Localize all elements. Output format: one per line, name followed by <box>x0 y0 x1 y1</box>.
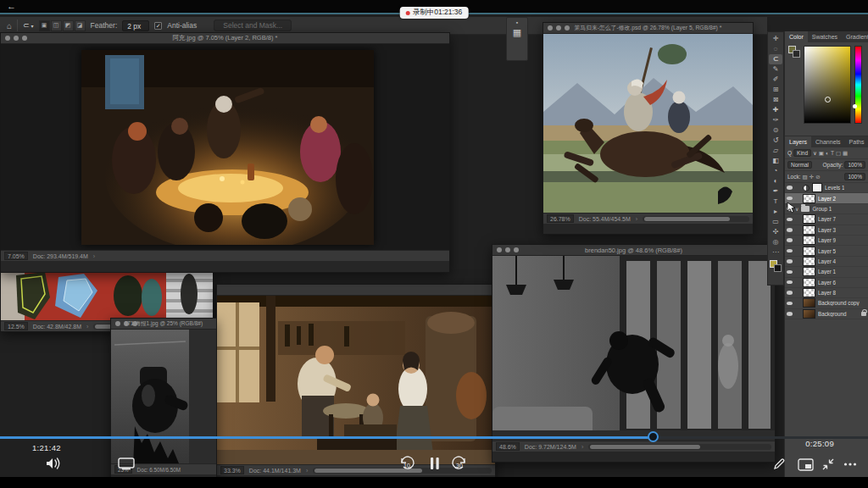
add-selection-button[interactable]: ◫ <box>51 20 62 31</box>
window-controls[interactable] <box>497 247 519 252</box>
seek-handle[interactable] <box>648 431 659 442</box>
layer-thumbnail[interactable] <box>803 267 815 276</box>
forward-30-button[interactable]: 30 <box>449 454 470 473</box>
tab-layers[interactable]: Layers <box>785 136 811 147</box>
lock-transparency-icon[interactable]: ▨ <box>803 174 808 180</box>
visibility-eye-icon[interactable] <box>787 291 793 295</box>
volume-button[interactable] <box>44 456 63 471</box>
zoom-tool[interactable]: ◎ <box>769 237 782 247</box>
visibility-eye-icon[interactable] <box>787 312 793 316</box>
subtitles-button[interactable] <box>115 456 137 471</box>
subtract-selection-button[interactable]: ◩ <box>63 20 74 31</box>
shape-tool[interactable]: ▭ <box>769 217 782 227</box>
type-tool[interactable]: T <box>769 197 782 207</box>
annotate-button[interactable] <box>770 456 788 473</box>
more-tools-icon[interactable]: ⋯ <box>769 247 782 258</box>
layer-row[interactable]: Layer 7 <box>785 214 868 225</box>
eraser-tool[interactable]: ▱ <box>769 146 782 156</box>
visibility-eye-icon[interactable] <box>787 238 793 242</box>
layer-row-background-copy[interactable]: Background copy <box>785 298 868 308</box>
history-brush-tool[interactable]: ↺ <box>769 136 782 146</box>
status-arrow-icon[interactable]: › <box>86 324 88 330</box>
rewind-10-button[interactable]: 10 <box>397 454 417 473</box>
filter-type-icon[interactable]: T <box>831 150 834 156</box>
feather-input[interactable]: 2 px <box>122 20 149 31</box>
status-arrow-icon[interactable]: › <box>93 253 95 259</box>
color-panel-swatches[interactable] <box>788 46 800 58</box>
gradient-tool[interactable]: ◧ <box>769 156 782 166</box>
anti-alias-checkbox[interactable]: ✓ <box>154 22 162 30</box>
layer-thumbnail[interactable] <box>803 247 815 256</box>
blur-tool[interactable]: ◔ <box>769 166 782 176</box>
frame-tool[interactable]: ⊠ <box>769 95 782 105</box>
layer-row[interactable]: Layer 4 <box>785 257 868 267</box>
document-window-horse[interactable]: 策马归来-怎么了-修改.psd @ 26.78% (Layer 5, RGB/8… <box>542 22 754 235</box>
layer-thumbnail[interactable] <box>803 309 815 319</box>
hue-slider[interactable] <box>854 46 862 124</box>
layer-row-background[interactable]: Background <box>785 309 868 319</box>
lock-position-icon[interactable]: ✛ <box>810 174 814 180</box>
new-selection-button[interactable]: ▣ <box>39 20 50 31</box>
zoom-level[interactable]: 48.6% <box>496 442 520 451</box>
window-controls[interactable] <box>115 321 137 326</box>
tab-color[interactable]: Color <box>785 31 808 42</box>
pen-tool[interactable]: ✒ <box>769 186 782 197</box>
layer-mask-thumbnail[interactable] <box>812 183 822 192</box>
layer-row[interactable]: Layer 6 <box>785 278 868 288</box>
brush-tool[interactable]: ✑ <box>769 115 782 125</box>
status-arrow-icon[interactable]: › <box>306 468 308 474</box>
saturation-brightness-field[interactable] <box>804 46 851 124</box>
filter-shape-icon[interactable]: ▢ <box>836 150 841 157</box>
home-icon[interactable]: ⌂ <box>7 21 12 30</box>
pip-button[interactable] <box>795 456 815 473</box>
status-arrow-icon[interactable]: › <box>636 216 637 222</box>
horse-titlebar[interactable]: 策马归来-怎么了-修改.psd @ 26.78% (Layer 5, RGB/8… <box>543 23 753 34</box>
visibility-eye-icon[interactable] <box>787 228 793 232</box>
window-controls[interactable] <box>5 36 27 41</box>
layer-thumbnail[interactable] <box>803 225 815 235</box>
hand-tool[interactable]: ✣ <box>769 227 782 237</box>
blend-mode-dropdown[interactable]: Normal <box>787 161 812 169</box>
filter-smartobject-icon[interactable]: ▦ <box>843 150 848 157</box>
fill-value[interactable]: 100% <box>844 173 865 180</box>
layer-row-group1[interactable]: ∨ Group 1 <box>785 204 868 214</box>
scrollbar[interactable] <box>588 444 771 450</box>
collapsed-grid-icon[interactable]: ▦ <box>513 29 521 36</box>
layer-row[interactable]: Layer 3 <box>785 225 868 236</box>
filter-adjustment-icon[interactable]: ◐ <box>826 150 829 156</box>
dodge-tool[interactable]: ◐ <box>769 176 782 186</box>
opacity-value[interactable]: 100% <box>844 161 865 169</box>
tab-gradients[interactable]: Gradients <box>842 31 868 42</box>
zoom-level[interactable]: 7.05% <box>4 252 28 260</box>
zoom-level[interactable]: 12.5% <box>4 322 28 330</box>
select-and-mask-button[interactable]: Select and Mask... <box>214 19 292 31</box>
status-arrow-icon[interactable]: › <box>581 444 583 450</box>
zoom-level[interactable]: 33.3% <box>220 466 244 474</box>
quick-selection-tool[interactable]: ✎ <box>769 64 782 75</box>
bw-titlebar[interactable]: brendan50.jpg @ 48.6% (RGB/8#) <box>492 245 775 256</box>
intersect-selection-button[interactable]: ◪ <box>75 20 86 31</box>
seek-bar[interactable] <box>0 436 868 439</box>
visibility-eye-icon[interactable] <box>787 259 793 263</box>
move-tool[interactable]: ✛ <box>769 34 782 44</box>
layer-row-levels[interactable]: Levels 1 <box>785 183 868 193</box>
layer-thumbnail[interactable] <box>803 298 815 308</box>
back-icon[interactable]: ← <box>7 1 16 12</box>
layer-row[interactable]: Layer 5 <box>785 246 868 256</box>
lasso-tool[interactable]: ⊂ <box>769 54 782 64</box>
visibility-eye-icon[interactable] <box>787 218 793 222</box>
pause-button[interactable] <box>426 454 443 473</box>
document-window-tavern[interactable]: 阿充.jpg @ 7.05% (Layer 2, RGB/8) * <box>0 32 450 273</box>
collapsed-panel-dock[interactable]: ▪ ▦ <box>506 17 528 61</box>
filter-pixel-icon[interactable]: ▣ <box>819 150 824 157</box>
layer-thumbnail[interactable] <box>803 236 815 245</box>
zoom-level[interactable]: 26.78% <box>547 214 574 223</box>
document-window-bw-sketch[interactable]: brendan50.jpg @ 48.6% (RGB/8#) <box>492 244 776 463</box>
active-tool-chip[interactable]: ⊂▾ <box>23 21 34 30</box>
layer-thumbnail[interactable] <box>803 257 815 266</box>
tab-channels[interactable]: Channels <box>811 136 845 147</box>
scrollbar[interactable] <box>643 216 749 222</box>
tab-paths[interactable]: Paths <box>845 136 868 147</box>
shrink-button[interactable] <box>819 456 837 473</box>
visibility-eye-icon[interactable] <box>787 302 793 306</box>
